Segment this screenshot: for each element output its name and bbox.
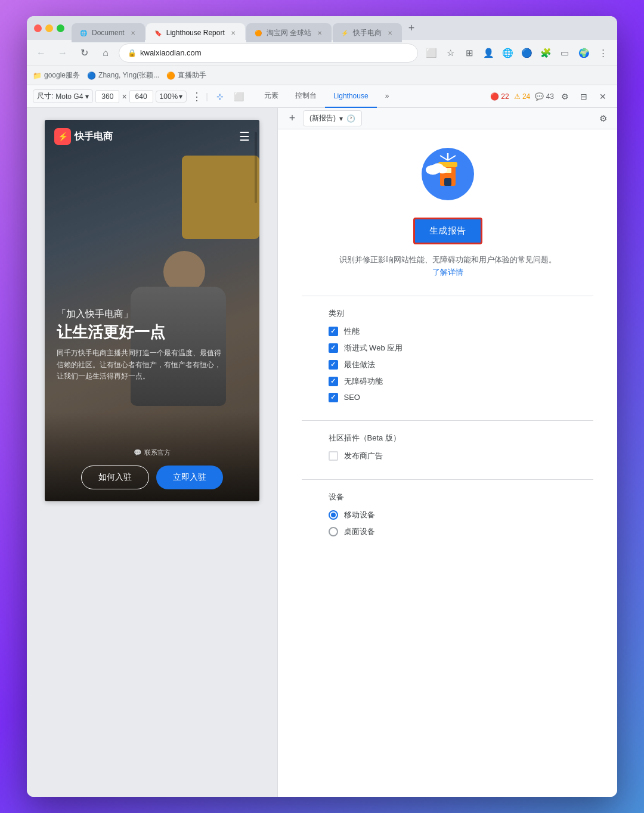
category-performance[interactable]: ✓ 性能 bbox=[329, 326, 567, 337]
add-report-button[interactable]: + bbox=[284, 110, 301, 127]
maximize-button[interactable] bbox=[57, 24, 64, 32]
tab-elements[interactable]: 元素 bbox=[256, 85, 287, 108]
device-label: 尺寸: bbox=[37, 91, 53, 101]
join-now-button[interactable]: 立即入驻 bbox=[156, 466, 223, 489]
split-view-icon[interactable]: ▭ bbox=[556, 45, 573, 61]
contact-label: 联系官方 bbox=[144, 448, 171, 457]
tab-icon-kuaishou: ⚡ bbox=[340, 28, 349, 38]
bookmark-folder-icon: 📁 bbox=[33, 72, 42, 80]
menu-icon[interactable]: ⋮ bbox=[595, 45, 611, 61]
close-button[interactable] bbox=[34, 24, 42, 32]
checkbox-seo[interactable]: ✓ bbox=[329, 393, 338, 402]
inspect-icon[interactable]: ⊹ bbox=[212, 88, 228, 105]
cast-icon[interactable]: ⬜ bbox=[423, 45, 439, 61]
category-best-practices-label: 最佳做法 bbox=[344, 359, 375, 370]
error-badge: 🔴 22 bbox=[490, 92, 509, 101]
people-icon[interactable]: 👤 bbox=[480, 45, 497, 61]
devtools-tabs: 元素 控制台 Lighthouse » bbox=[256, 85, 397, 108]
tabs-bar: 🌐 Document ✕ 🔖 Lighthouse Report ✕ 🟠 淘宝网… bbox=[72, 18, 610, 38]
dock-icon[interactable]: ⊟ bbox=[575, 88, 592, 105]
clock-icon: 🕐 bbox=[346, 114, 355, 123]
device-desktop-label: 桌面设备 bbox=[344, 526, 375, 537]
address-bar[interactable]: 🔒 kwaixiaodian.com bbox=[119, 44, 418, 63]
tab-more[interactable]: » bbox=[377, 85, 398, 108]
width-input[interactable] bbox=[95, 90, 119, 103]
extensions-icon[interactable]: 🧩 bbox=[537, 45, 554, 61]
browser-window: 🌐 Document ✕ 🔖 Lighthouse Report ✕ 🟠 淘宝网… bbox=[27, 16, 617, 797]
chrome-icon[interactable]: 🌐 bbox=[499, 45, 516, 61]
device-mobile-label: 移动设备 bbox=[344, 510, 375, 520]
settings-icon[interactable]: ⚙ bbox=[556, 88, 573, 105]
tab-icon-document: 🌐 bbox=[79, 28, 88, 38]
hamburger-menu[interactable]: ☰ bbox=[239, 129, 250, 144]
lighthouse-settings-icon[interactable]: ⚙ bbox=[595, 110, 611, 127]
qr-icon[interactable]: ⊞ bbox=[461, 45, 478, 61]
check-mark: ✓ bbox=[330, 327, 336, 335]
tab-close-document[interactable]: ✕ bbox=[128, 28, 138, 38]
divider-2 bbox=[302, 420, 593, 421]
how-to-join-button[interactable]: 如何入驻 bbox=[81, 466, 149, 489]
zoom-value: 100% bbox=[160, 92, 178, 101]
close-devtools-icon[interactable]: ✕ bbox=[595, 88, 611, 105]
new-report-tab[interactable]: (新报告) ▾ 🕐 bbox=[303, 110, 362, 126]
checkbox-best-practices[interactable]: ✓ bbox=[329, 360, 338, 370]
plugin-publisher-ads-label: 发布商广告 bbox=[344, 451, 383, 461]
radio-desktop[interactable] bbox=[329, 527, 338, 536]
plugins-title: 社区插件（Beta 版） bbox=[329, 433, 567, 443]
category-seo[interactable]: ✓ SEO bbox=[329, 393, 567, 402]
plugin-publisher-ads[interactable]: 发布商广告 bbox=[329, 451, 567, 461]
tab-close-taobao[interactable]: ✕ bbox=[315, 28, 324, 38]
tab-close-kuaishou[interactable]: ✕ bbox=[385, 28, 395, 38]
check-mark-a11y: ✓ bbox=[330, 377, 336, 385]
tab-console[interactable]: 控制台 bbox=[287, 85, 325, 108]
toolbar-icons: ⬜ ☆ ⊞ 👤 🌐 🔵 🧩 ▭ 🌍 ⋮ bbox=[423, 45, 611, 61]
forward-button[interactable]: → bbox=[54, 45, 71, 61]
tab-taobao[interactable]: 🟠 淘宝网 全球站 ✕ bbox=[246, 23, 332, 42]
device-section: 设备 移动设备 桌面设备 bbox=[329, 492, 567, 543]
device-name: Moto G4 bbox=[55, 92, 83, 101]
dropdown-icon: ▾ bbox=[339, 114, 343, 123]
device-selector[interactable]: 尺寸: Moto G4 ▾ bbox=[33, 89, 93, 103]
categories-section: 类别 ✓ 性能 ✓ 渐进式 Web 应用 bbox=[329, 308, 567, 408]
checkbox-accessibility[interactable]: ✓ bbox=[329, 377, 338, 386]
new-tab-button[interactable]: + bbox=[403, 20, 420, 36]
category-accessibility[interactable]: ✓ 无障碍功能 bbox=[329, 376, 567, 387]
devtools-separator: | bbox=[206, 92, 208, 101]
tab-lighthouse-report[interactable]: 🔖 Lighthouse Report ✕ bbox=[146, 23, 245, 42]
bookmark-live[interactable]: 🟠 直播助手 bbox=[166, 70, 206, 80]
tab-close-lighthouse[interactable]: ✕ bbox=[228, 28, 238, 38]
devtools-bar: 尺寸: Moto G4 ▾ × 100% ▾ ⋮ | ⊹ ⬜ 元素 控制台 Li… bbox=[27, 85, 617, 108]
hero-title-small: 「加入快手电商」 bbox=[57, 308, 224, 321]
bookmark-google[interactable]: 📁 google服务 bbox=[33, 70, 80, 80]
brand-name: 快手电商 bbox=[75, 131, 113, 143]
minimize-button[interactable] bbox=[45, 24, 53, 32]
tab-icon-taobao: 🟠 bbox=[253, 28, 263, 38]
tab-kuaishou[interactable]: ⚡ 快手电商 ✕ bbox=[333, 23, 402, 42]
category-pwa[interactable]: ✓ 渐进式 Web 应用 bbox=[329, 343, 567, 353]
checkbox-publisher-ads[interactable] bbox=[329, 451, 338, 461]
star-icon[interactable]: ☆ bbox=[442, 45, 459, 61]
refresh-button[interactable]: ↻ bbox=[76, 45, 92, 61]
checkbox-pwa[interactable]: ✓ bbox=[329, 343, 338, 353]
tab-lighthouse[interactable]: Lighthouse bbox=[325, 85, 377, 108]
device-desktop[interactable]: 桌面设备 bbox=[329, 526, 567, 537]
learn-more-link[interactable]: 了解详情 bbox=[432, 268, 463, 277]
category-best-practices[interactable]: ✓ 最佳做法 bbox=[329, 359, 567, 370]
category-accessibility-label: 无障碍功能 bbox=[344, 376, 383, 387]
profile-icon[interactable]: 🔵 bbox=[518, 45, 535, 61]
height-input[interactable] bbox=[129, 90, 153, 103]
report-tab-label: (新报告) bbox=[309, 113, 336, 123]
radio-mobile[interactable] bbox=[329, 510, 338, 520]
zoom-selector[interactable]: 100% ▾ bbox=[156, 91, 187, 103]
checkbox-performance[interactable]: ✓ bbox=[329, 327, 338, 336]
back-button[interactable]: ← bbox=[33, 45, 49, 61]
device-frame-icon[interactable]: ⬜ bbox=[231, 88, 247, 105]
tab-document[interactable]: 🌐 Document ✕ bbox=[72, 23, 145, 42]
bookmark-zhang[interactable]: 🔵 Zhang, Ying(张颖... bbox=[87, 70, 159, 80]
globe-icon[interactable]: 🌍 bbox=[575, 45, 592, 61]
devtools-more[interactable]: ⋮ bbox=[191, 90, 202, 103]
device-mobile[interactable]: 移动设备 bbox=[329, 510, 567, 520]
generate-report-button[interactable]: 生成报告 bbox=[413, 218, 482, 244]
dt-actions: ⚙ ⊟ ✕ bbox=[556, 88, 611, 105]
home-button[interactable]: ⌂ bbox=[97, 45, 114, 61]
